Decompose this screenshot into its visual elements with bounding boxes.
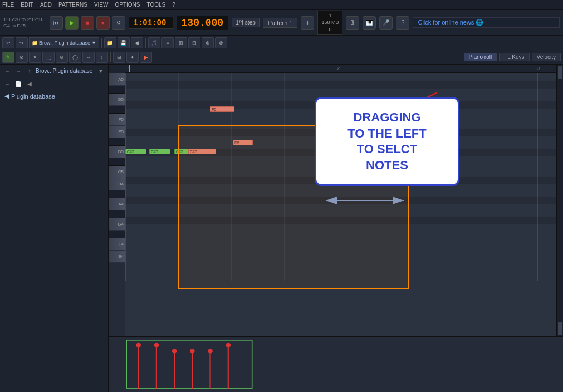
piano-roll-active[interactable]: ▶	[140, 52, 152, 63]
key-f#5[interactable]	[109, 106, 125, 114]
tab-velocity[interactable]: Velocity	[532, 53, 561, 61]
ruler: 1 2 3	[125, 65, 563, 74]
svg-point-9	[154, 343, 159, 347]
grid-line-1-4	[284, 74, 285, 281]
key-f5[interactable]: F5	[109, 114, 125, 126]
slide-tool[interactable]: ↔	[82, 52, 95, 63]
key-ab5[interactable]	[109, 86, 125, 94]
add-pattern-btn[interactable]: +	[301, 16, 314, 30]
loop-btn[interactable]: ↺	[112, 16, 125, 30]
menu-file[interactable]: FILE	[2, 2, 14, 8]
key-e4[interactable]: E4	[109, 251, 125, 263]
nav-forward[interactable]: →	[13, 66, 23, 76]
dropdown-icon: ▼	[91, 40, 96, 46]
nav-back[interactable]: ←	[2, 66, 12, 76]
key-bb4[interactable]	[109, 190, 125, 198]
tab-piano-roll[interactable]: Piano roll	[464, 53, 497, 61]
note-cs5-1[interactable]: C#5	[125, 149, 146, 154]
menu-options[interactable]: OPTIONS	[115, 2, 140, 8]
speaker-btn[interactable]: ◀	[131, 37, 143, 48]
key-a5[interactable]: A5	[109, 74, 125, 86]
menu-view[interactable]: VIEW	[94, 2, 109, 8]
piano-roll-content: A5 G5 F5 E5 D5 C5 B4 A4 G4 F4 E4	[109, 65, 563, 336]
piano-roll-toolbar: ✎ ⊘ ✕ ⬚ ⊖ ◯ ↔ ↕ ⊞ ✦ ▶ Piano roll FL Keys…	[0, 50, 563, 65]
key-g5[interactable]: G5	[109, 94, 125, 106]
key-d5[interactable]: D5	[109, 146, 125, 158]
tab-fl-keys[interactable]: FL Keys	[499, 53, 529, 61]
sidebar-speaker-btn[interactable]: ◀	[25, 79, 35, 89]
piano-icon[interactable]: 🎹	[363, 16, 376, 30]
scrollbar-track[interactable]	[557, 80, 563, 321]
menu-edit[interactable]: EDIT	[21, 2, 33, 8]
record-btn[interactable]: ●	[96, 16, 110, 30]
sidebar-path-text: Brow.. Plugin database	[36, 68, 95, 74]
undo-btn[interactable]: ↩	[2, 37, 14, 48]
scrollbar-vertical[interactable]	[556, 65, 563, 336]
key-f#4[interactable]	[109, 231, 125, 238]
separator3	[110, 52, 111, 62]
nav-up[interactable]: ↑	[25, 66, 35, 76]
zoom-tool[interactable]: ⊖	[56, 52, 68, 63]
sidebar-plugin-label: ◀ Plugin database	[0, 90, 108, 102]
rewind-btn[interactable]: ⏮	[50, 16, 63, 30]
svg-rect-5	[126, 340, 252, 388]
step-seq-tool[interactable]: ⊞	[175, 37, 187, 48]
sidebar-menu-btn[interactable]: ▼	[96, 66, 106, 76]
browse-tool[interactable]: ⊗	[215, 37, 227, 48]
scrollbar-thumb-up[interactable]	[558, 66, 562, 79]
browser-path[interactable]: 📁 Brow.. Plugin database ▼	[29, 37, 99, 48]
erase-tool[interactable]: ✕	[29, 52, 41, 63]
menu-patterns[interactable]: PATTERNS	[58, 2, 87, 8]
key-eb5[interactable]	[109, 138, 125, 146]
ruler-spacer	[109, 65, 125, 74]
magnet-btn[interactable]: ✦	[126, 52, 139, 63]
stop-btn[interactable]: ■	[81, 16, 94, 30]
piano-roll-tool[interactable]: 🎵	[148, 37, 160, 48]
menu-tools[interactable]: TOOLS	[146, 2, 165, 8]
piano-roll-area: A5 G5 F5 E5 D5 C5 B4 A4 G4 F4 E4	[109, 65, 563, 392]
redo-btn[interactable]: ↪	[16, 37, 28, 48]
plugin-tool[interactable]: ⊕	[202, 37, 214, 48]
main-toolbar: ↩ ↪ 📁 Brow.. Plugin database ▼ 📁 💾 ◀ 🎵 ≡…	[0, 36, 563, 50]
mic-icon[interactable]: 🎤	[379, 16, 393, 30]
paint-tool[interactable]: ⊘	[16, 52, 28, 63]
step-display[interactable]: 1/4 step	[232, 18, 260, 27]
velocity-area	[109, 336, 563, 392]
detuning-tool[interactable]: ↕	[96, 52, 108, 63]
key-c5[interactable]: C5	[109, 166, 125, 178]
menu-help[interactable]: ?	[172, 2, 175, 8]
save-btn[interactable]: 💾	[118, 37, 130, 48]
key-a4[interactable]: A4	[109, 198, 125, 210]
folder-btn[interactable]: 📁	[104, 37, 116, 48]
note-f5[interactable]: F5	[210, 106, 234, 112]
playlist-tool[interactable]: ≡	[161, 37, 174, 48]
note-cs5-4[interactable]: C#5	[188, 149, 216, 154]
note-cs5-2[interactable]: C#5	[149, 149, 170, 154]
scrollbar-thumb-down[interactable]	[558, 322, 562, 335]
help-icon[interactable]: ?	[396, 16, 409, 30]
key-c#5[interactable]	[109, 158, 125, 166]
note-d5[interactable]: D5	[233, 140, 253, 145]
tempo-display[interactable]: 130.000	[177, 16, 229, 30]
key-ab4[interactable]	[109, 210, 125, 218]
sidebar-prev-btn[interactable]: ←	[2, 79, 12, 89]
browser-path-text: Brow.. Plugin database	[39, 40, 90, 46]
select-tool[interactable]: ⬚	[42, 52, 55, 63]
key-b4[interactable]: B4	[109, 178, 125, 190]
mute-tool[interactable]: ◯	[69, 52, 81, 63]
plugin-label-text: Plugin database	[11, 93, 55, 100]
key-e5[interactable]: E5	[109, 126, 125, 138]
mixer-tool[interactable]: ⊟	[188, 37, 200, 48]
key-g4[interactable]: G4	[109, 218, 125, 231]
key-f4[interactable]: F4	[109, 238, 125, 251]
play-btn[interactable]: ▶	[65, 16, 79, 30]
grid-area[interactable]: 1 2 3	[125, 65, 563, 336]
pattern-display[interactable]: Pattern 1	[263, 18, 298, 28]
draw-tool[interactable]: ✎	[2, 52, 14, 63]
news-bar[interactable]: Click for online news 🌐	[413, 17, 560, 28]
note-label: C#5	[151, 150, 158, 154]
mixer-icon[interactable]: 🎚	[346, 16, 359, 30]
sidebar-new-btn[interactable]: 📄	[13, 79, 23, 89]
snap-btn[interactable]: ⊞	[113, 52, 125, 63]
menu-add[interactable]: ADD	[40, 2, 52, 8]
